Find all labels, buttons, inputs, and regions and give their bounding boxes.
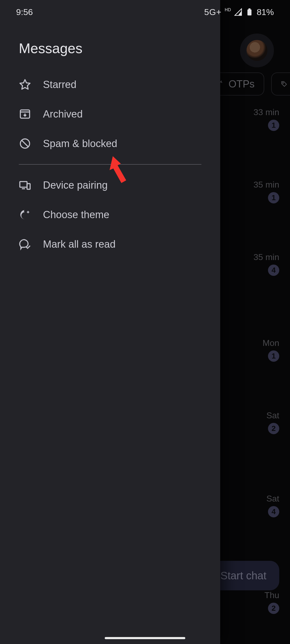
menu-item-spam[interactable]: Spam & blocked: [0, 129, 220, 158]
menu-item-starred[interactable]: Starred: [0, 70, 220, 99]
archive-icon: [19, 108, 31, 120]
theme-icon: [19, 208, 31, 221]
status-bar: 9:56 5G+ HD 81%: [0, 0, 290, 24]
menu-separator: [19, 164, 201, 164]
battery-percent: 81%: [257, 7, 274, 17]
menu-item-theme[interactable]: Choose theme: [0, 200, 220, 229]
block-icon: [19, 137, 31, 150]
menu-item-archived[interactable]: Archived: [0, 99, 220, 129]
menu-item-label: Choose theme: [43, 209, 109, 221]
menu-item-pairing[interactable]: Device pairing: [0, 170, 220, 200]
signal-icon: [234, 8, 242, 16]
menu-item-label: Spam & blocked: [43, 138, 117, 149]
mark-read-icon: [19, 238, 31, 250]
network-label: 5G+: [204, 7, 221, 17]
menu-item-label: Mark all as read: [43, 239, 115, 250]
menu-item-mark-read[interactable]: Mark all as read: [0, 229, 220, 259]
star-icon: [19, 78, 31, 91]
menu-item-label: Device pairing: [43, 180, 108, 191]
svg-rect-4: [20, 182, 27, 187]
menu-item-label: Archived: [43, 108, 83, 120]
drawer-title: Messages: [0, 40, 220, 70]
battery-icon: [245, 8, 253, 16]
home-indicator: [105, 637, 185, 639]
nav-drawer: Messages Starred Archived Spam & blocked: [0, 0, 220, 644]
devices-icon: [19, 179, 31, 191]
menu-item-label: Starred: [43, 79, 77, 90]
status-time: 9:56: [16, 7, 33, 17]
hd-label: HD: [225, 8, 231, 12]
svg-rect-7: [248, 8, 251, 9]
svg-rect-6: [247, 9, 251, 16]
svg-rect-5: [27, 184, 30, 189]
